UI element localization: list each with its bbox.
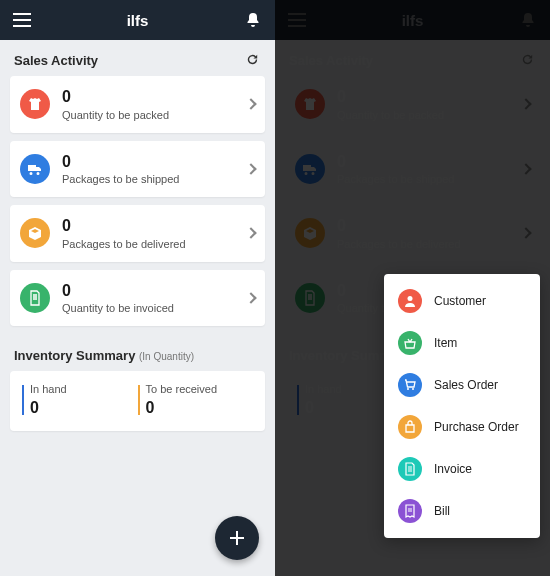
screen-dashboard-fab-open: ilfs Sales Activity 0Quantity to be pack… [275, 0, 550, 576]
receipt-icon [398, 499, 422, 523]
card-to-pack[interactable]: 0 Quantity to be packed [10, 76, 265, 133]
card-label: Packages to be delivered [62, 238, 247, 250]
refresh-icon[interactable] [245, 52, 261, 68]
screen-dashboard: ilfs Sales Activity 0 Quantity to be pac… [0, 0, 275, 576]
card-to-ship[interactable]: 0 Packages to be shipped [10, 141, 265, 198]
fab-add-button[interactable] [215, 516, 259, 560]
menu-icon[interactable] [12, 10, 32, 30]
chevron-right-icon [245, 163, 256, 174]
sales-cards: 0 Quantity to be packed 0 Packages to be… [0, 76, 275, 326]
svg-point-2 [412, 388, 414, 390]
card-to-invoice[interactable]: 0 Quantity to be invoiced [10, 270, 265, 327]
menu-customer[interactable]: Customer [384, 280, 540, 322]
inventory-title: Inventory Summary (In Quantity) [0, 334, 275, 371]
sales-activity-header: Sales Activity [0, 40, 275, 76]
shirt-icon [20, 89, 50, 119]
card-label: Quantity to be packed [62, 109, 247, 121]
notifications-icon[interactable] [243, 10, 263, 30]
card-to-deliver[interactable]: 0 Packages to be delivered [10, 205, 265, 262]
card-value: 0 [62, 217, 247, 235]
basket-icon [398, 331, 422, 355]
truck-icon [20, 154, 50, 184]
svg-point-1 [407, 388, 409, 390]
chevron-right-icon [245, 228, 256, 239]
invoice-icon [20, 283, 50, 313]
menu-sales-order[interactable]: Sales Order [384, 364, 540, 406]
app-title: ilfs [127, 12, 149, 29]
menu-purchase-order[interactable]: Purchase Order [384, 406, 540, 448]
plus-icon [228, 529, 246, 547]
menu-bill[interactable]: Bill [384, 490, 540, 532]
card-value: 0 [62, 88, 247, 106]
card-label: Quantity to be invoiced [62, 302, 247, 314]
card-label: Packages to be shipped [62, 173, 247, 185]
fab-menu: Customer Item Sales Order Purchase Order… [384, 274, 540, 538]
menu-item[interactable]: Item [384, 322, 540, 364]
chevron-right-icon [245, 292, 256, 303]
svg-point-0 [408, 296, 413, 301]
bag-icon [398, 415, 422, 439]
app-header: ilfs [0, 0, 275, 40]
sales-activity-title: Sales Activity [14, 53, 98, 68]
chevron-right-icon [245, 99, 256, 110]
inventory-to-receive: To be received 0 [138, 383, 254, 417]
inventory-card: In hand 0 To be received 0 [10, 371, 265, 431]
document-icon [398, 457, 422, 481]
box-icon [20, 218, 50, 248]
person-icon [398, 289, 422, 313]
inventory-in-hand: In hand 0 [22, 383, 138, 417]
inventory-subtitle: (In Quantity) [139, 351, 194, 362]
card-value: 0 [62, 153, 247, 171]
menu-invoice[interactable]: Invoice [384, 448, 540, 490]
cart-icon [398, 373, 422, 397]
card-value: 0 [62, 282, 247, 300]
